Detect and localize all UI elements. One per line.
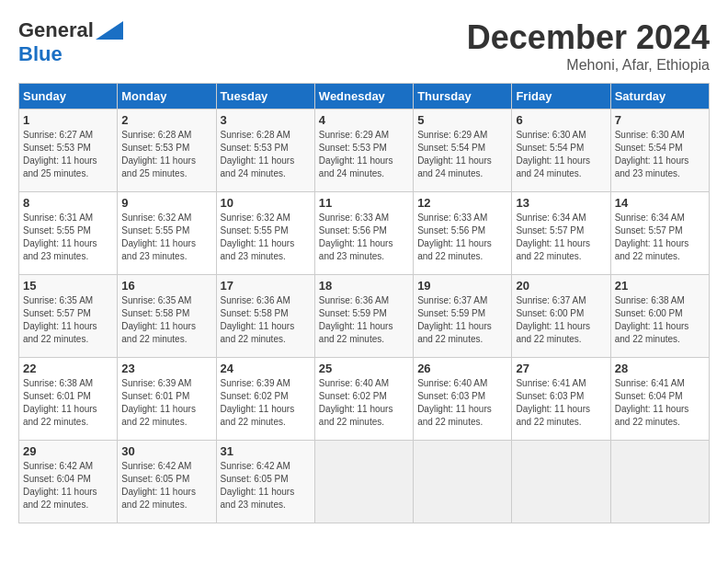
table-row: 24Sunrise: 6:39 AM Sunset: 6:02 PM Dayli… (216, 358, 314, 441)
day-number: 12 (417, 196, 507, 210)
day-number: 7 (615, 113, 705, 127)
logo-blue-text: Blue (18, 42, 63, 66)
day-number: 23 (121, 362, 211, 375)
day-number: 28 (615, 362, 705, 375)
day-info: Sunrise: 6:37 AM Sunset: 6:00 PM Dayligh… (516, 294, 606, 346)
calendar-week-row: 22Sunrise: 6:38 AM Sunset: 6:01 PM Dayli… (19, 358, 710, 441)
day-number: 2 (121, 113, 211, 127)
col-tuesday: Tuesday (216, 84, 314, 109)
day-info: Sunrise: 6:36 AM Sunset: 5:58 PM Dayligh… (221, 294, 311, 346)
day-info: Sunrise: 6:33 AM Sunset: 5:56 PM Dayligh… (417, 212, 507, 263)
table-row: 17Sunrise: 6:36 AM Sunset: 5:58 PM Dayli… (216, 275, 314, 358)
day-info: Sunrise: 6:32 AM Sunset: 5:55 PM Dayligh… (121, 212, 211, 263)
svg-marker-0 (96, 21, 123, 40)
logo-icon (96, 21, 123, 40)
day-number: 9 (121, 196, 211, 210)
page-header: General Blue December 2024 Mehoni, Afar,… (18, 18, 710, 74)
calendar-week-row: 29Sunrise: 6:42 AM Sunset: 6:04 PM Dayli… (19, 441, 710, 523)
table-row: 22Sunrise: 6:38 AM Sunset: 6:01 PM Dayli… (19, 358, 118, 441)
day-info: Sunrise: 6:39 AM Sunset: 6:02 PM Dayligh… (221, 377, 311, 429)
col-monday: Monday (118, 84, 216, 109)
day-number: 27 (516, 362, 606, 375)
day-info: Sunrise: 6:31 AM Sunset: 5:55 PM Dayligh… (23, 212, 113, 263)
table-row: 11Sunrise: 6:33 AM Sunset: 5:56 PM Dayli… (314, 192, 413, 275)
day-info: Sunrise: 6:41 AM Sunset: 6:03 PM Dayligh… (516, 377, 606, 429)
day-info: Sunrise: 6:40 AM Sunset: 6:02 PM Dayligh… (319, 377, 409, 429)
day-number: 20 (516, 279, 606, 293)
day-info: Sunrise: 6:29 AM Sunset: 5:54 PM Dayligh… (417, 129, 507, 180)
col-friday: Friday (512, 84, 610, 109)
day-number: 14 (615, 196, 705, 210)
location-text: Mehoni, Afar, Ethiopia (467, 57, 710, 74)
table-row: 27Sunrise: 6:41 AM Sunset: 6:03 PM Dayli… (512, 358, 610, 441)
day-info: Sunrise: 6:35 AM Sunset: 5:58 PM Dayligh… (121, 294, 211, 346)
calendar-week-row: 8Sunrise: 6:31 AM Sunset: 5:55 PM Daylig… (19, 192, 710, 275)
day-info: Sunrise: 6:27 AM Sunset: 5:53 PM Dayligh… (23, 129, 113, 180)
col-saturday: Saturday (610, 84, 709, 109)
table-row: 16Sunrise: 6:35 AM Sunset: 5:58 PM Dayli… (118, 275, 216, 358)
day-info: Sunrise: 6:39 AM Sunset: 6:01 PM Dayligh… (121, 377, 211, 429)
table-row: 14Sunrise: 6:34 AM Sunset: 5:57 PM Dayli… (610, 192, 709, 275)
table-row: 21Sunrise: 6:38 AM Sunset: 6:00 PM Dayli… (610, 275, 709, 358)
day-info: Sunrise: 6:37 AM Sunset: 5:59 PM Dayligh… (417, 294, 507, 346)
table-row: 10Sunrise: 6:32 AM Sunset: 5:55 PM Dayli… (216, 192, 314, 275)
day-number: 5 (417, 113, 507, 127)
day-info: Sunrise: 6:42 AM Sunset: 6:05 PM Dayligh… (221, 460, 311, 511)
day-info: Sunrise: 6:38 AM Sunset: 6:00 PM Dayligh… (615, 294, 705, 346)
day-number: 18 (319, 279, 409, 293)
day-info: Sunrise: 6:36 AM Sunset: 5:59 PM Dayligh… (319, 294, 409, 346)
table-row: 13Sunrise: 6:34 AM Sunset: 5:57 PM Dayli… (512, 192, 610, 275)
day-number: 29 (23, 444, 113, 458)
day-number: 3 (221, 113, 311, 127)
title-section: December 2024 Mehoni, Afar, Ethiopia (467, 18, 710, 74)
calendar-week-row: 1Sunrise: 6:27 AM Sunset: 5:53 PM Daylig… (19, 109, 710, 192)
col-thursday: Thursday (414, 84, 512, 109)
table-row: 12Sunrise: 6:33 AM Sunset: 5:56 PM Dayli… (414, 192, 512, 275)
table-row: 15Sunrise: 6:35 AM Sunset: 5:57 PM Dayli… (19, 275, 118, 358)
table-row (610, 441, 709, 523)
table-row: 20Sunrise: 6:37 AM Sunset: 6:00 PM Dayli… (512, 275, 610, 358)
day-number: 17 (221, 279, 311, 293)
day-number: 22 (23, 362, 113, 375)
table-row: 1Sunrise: 6:27 AM Sunset: 5:53 PM Daylig… (19, 109, 118, 192)
day-number: 24 (221, 362, 311, 375)
table-row: 25Sunrise: 6:40 AM Sunset: 6:02 PM Dayli… (314, 358, 413, 441)
day-number: 8 (23, 196, 113, 210)
day-info: Sunrise: 6:34 AM Sunset: 5:57 PM Dayligh… (516, 212, 606, 263)
day-number: 26 (417, 362, 507, 375)
day-number: 21 (615, 279, 705, 293)
table-row: 7Sunrise: 6:30 AM Sunset: 5:54 PM Daylig… (610, 109, 709, 192)
table-row: 6Sunrise: 6:30 AM Sunset: 5:54 PM Daylig… (512, 109, 610, 192)
day-number: 11 (319, 196, 409, 210)
calendar-header-row: Sunday Monday Tuesday Wednesday Thursday… (19, 84, 710, 109)
calendar-table: Sunday Monday Tuesday Wednesday Thursday… (18, 83, 710, 523)
table-row: 8Sunrise: 6:31 AM Sunset: 5:55 PM Daylig… (19, 192, 118, 275)
day-info: Sunrise: 6:42 AM Sunset: 6:05 PM Dayligh… (121, 460, 211, 511)
table-row: 30Sunrise: 6:42 AM Sunset: 6:05 PM Dayli… (118, 441, 216, 523)
day-number: 15 (23, 279, 113, 293)
table-row: 2Sunrise: 6:28 AM Sunset: 5:53 PM Daylig… (118, 109, 216, 192)
day-info: Sunrise: 6:41 AM Sunset: 6:04 PM Dayligh… (615, 377, 705, 429)
table-row: 4Sunrise: 6:29 AM Sunset: 5:53 PM Daylig… (314, 109, 413, 192)
day-info: Sunrise: 6:40 AM Sunset: 6:03 PM Dayligh… (417, 377, 507, 429)
logo: General Blue (18, 18, 123, 66)
day-info: Sunrise: 6:42 AM Sunset: 6:04 PM Dayligh… (23, 460, 113, 511)
table-row: 23Sunrise: 6:39 AM Sunset: 6:01 PM Dayli… (118, 358, 216, 441)
day-info: Sunrise: 6:35 AM Sunset: 5:57 PM Dayligh… (23, 294, 113, 346)
day-info: Sunrise: 6:30 AM Sunset: 5:54 PM Dayligh… (516, 129, 606, 180)
day-number: 6 (516, 113, 606, 127)
day-info: Sunrise: 6:28 AM Sunset: 5:53 PM Dayligh… (121, 129, 211, 180)
table-row (512, 441, 610, 523)
day-info: Sunrise: 6:38 AM Sunset: 6:01 PM Dayligh… (23, 377, 113, 429)
day-number: 4 (319, 113, 409, 127)
table-row: 5Sunrise: 6:29 AM Sunset: 5:54 PM Daylig… (414, 109, 512, 192)
day-info: Sunrise: 6:29 AM Sunset: 5:53 PM Dayligh… (319, 129, 409, 180)
day-number: 25 (319, 362, 409, 375)
day-number: 1 (23, 113, 113, 127)
day-info: Sunrise: 6:32 AM Sunset: 5:55 PM Dayligh… (221, 212, 311, 263)
logo-general-text: General (18, 18, 94, 42)
day-number: 30 (121, 444, 211, 458)
table-row: 31Sunrise: 6:42 AM Sunset: 6:05 PM Dayli… (216, 441, 314, 523)
day-info: Sunrise: 6:33 AM Sunset: 5:56 PM Dayligh… (319, 212, 409, 263)
table-row: 9Sunrise: 6:32 AM Sunset: 5:55 PM Daylig… (118, 192, 216, 275)
